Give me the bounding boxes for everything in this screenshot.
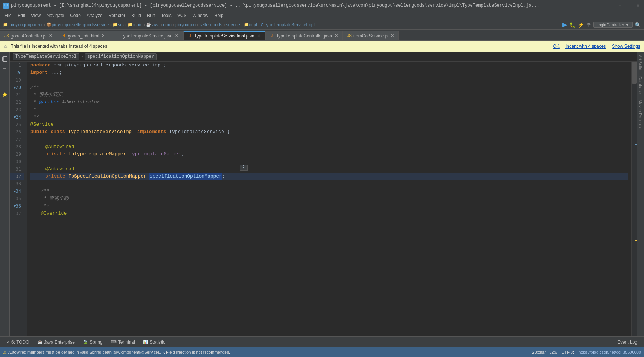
menu-run[interactable]: Run (144, 12, 158, 19)
tab-goodscontroller[interactable]: JS goodsController.js ✕ (0, 31, 57, 40)
search-everywhere-button[interactable]: 🔍 (635, 22, 641, 28)
line-num-28: 28 (10, 143, 24, 151)
scroll-marker-warning (635, 240, 637, 241)
close-active-tab-icon[interactable]: ✕ (256, 33, 261, 39)
minimize-button[interactable]: ─ (617, 3, 623, 9)
menu-code[interactable]: Code (67, 12, 84, 19)
coverage-button[interactable]: ☂ (586, 22, 591, 28)
crumb-src[interactable]: src (118, 22, 124, 27)
tab-typetemplateserviceimpl[interactable]: J TypeTemplateServiceImpl.java ✕ (183, 31, 265, 40)
sidebar-structure-icon[interactable] (1, 65, 9, 73)
sidebar-favorites-icon[interactable]: ⭐ (1, 90, 9, 99)
close-tab-icon[interactable]: ✕ (333, 33, 339, 39)
code-line-26: public class TypeTemplateServiceImpl imp… (30, 128, 628, 136)
line-num-2[interactable]: 2▶ (10, 69, 24, 76)
crumb-com[interactable]: com (163, 22, 172, 27)
menu-help[interactable]: Help (211, 12, 226, 19)
code-area[interactable]: package com.pinyougou.sellergoods.servic… (27, 62, 631, 336)
line-num-22: 22 (10, 99, 24, 106)
line-num-36[interactable]: ▼36 (10, 202, 24, 210)
login-controller-label: LoginController (597, 23, 624, 27)
notif-ok-button[interactable]: OK (553, 44, 560, 49)
login-controller-dropdown[interactable]: LoginController ▼ (593, 22, 633, 28)
window-controls[interactable]: ─ □ ✕ (617, 3, 641, 9)
crumb-class[interactable]: TypeTemplateServiceImpl (264, 22, 315, 27)
scroll-indicator[interactable] (631, 62, 637, 336)
menu-navigate[interactable]: Navigate (44, 12, 67, 19)
crumb-pinyougouparent[interactable]: pinyougouparent (10, 22, 43, 27)
tool-statistic[interactable]: 📊 Statistic (139, 338, 169, 346)
editor-crumb-field[interactable]: specificationOptionMapper (85, 53, 157, 60)
js-file-icon: JS (4, 33, 9, 39)
close-tab-icon[interactable]: ✕ (48, 33, 53, 39)
crumb-service[interactable]: service (226, 22, 240, 27)
line-num-34[interactable]: ▼34 (10, 188, 24, 195)
tab-typetemplatecontroller[interactable]: J TypeTemplateController.java ✕ (265, 31, 343, 40)
menu-view[interactable]: View (28, 12, 44, 19)
maximize-button[interactable]: □ (626, 3, 632, 9)
crumb-java[interactable]: java (151, 22, 159, 27)
bottom-tools-bar: ✓ 6: TODO ☕ Java Enterprise 🍃 Spring ⌨ T… (0, 336, 644, 347)
crumb-sellergoods[interactable]: sellergoods (199, 22, 222, 27)
notif-show-settings-button[interactable]: Show Settings (612, 44, 640, 49)
menu-refactor[interactable]: Refactor (106, 12, 128, 19)
code-line-31: @Autowired (30, 165, 628, 173)
menu-tools[interactable]: Tools (158, 12, 175, 19)
statistic-icon: 📊 (143, 340, 148, 344)
menu-bar: File Edit View Navigate Code Analyze Ref… (0, 11, 644, 20)
editor-crumb-class[interactable]: TypeTemplateServiceImpl (13, 53, 79, 60)
menu-window[interactable]: Window (189, 12, 211, 19)
profile-button[interactable]: ⚡ (578, 22, 584, 28)
debug-button[interactable]: 🐛 (569, 22, 575, 28)
line-num-24[interactable]: ▼24 (10, 113, 24, 121)
code-line-37: @Override (30, 210, 628, 217)
close-button[interactable]: ✕ (635, 3, 641, 9)
menu-build[interactable]: Build (128, 12, 144, 19)
svg-rect-4 (3, 70, 6, 70)
tab-label: TypeTemplateService.java (121, 33, 173, 39)
close-tab-icon[interactable]: ✕ (101, 33, 106, 39)
line-num-20[interactable]: ▼20 (10, 84, 24, 91)
class-icon: C (261, 23, 264, 27)
tool-terminal[interactable]: ⌨ Terminal (107, 338, 139, 346)
tab-itemcatservice[interactable]: JS itemCatService.js ✕ (343, 31, 399, 40)
menu-analyze[interactable]: Analyze (84, 12, 106, 19)
crumb-sellergoodsservice[interactable]: pinyougousellergoodsservice (52, 22, 109, 27)
close-tab-icon[interactable]: ✕ (389, 33, 395, 39)
right-tab-maven[interactable]: Maven Projects (637, 97, 644, 131)
right-tab-database[interactable]: Database (637, 73, 644, 97)
run-button[interactable]: ▶ (562, 21, 567, 28)
tool-java-enterprise[interactable]: ☕ Java Enterprise (34, 338, 79, 346)
event-log-button[interactable]: Event Log (614, 338, 641, 346)
more-options-icon[interactable]: ⋮ (240, 165, 248, 171)
tab-goods-edit[interactable]: H goods_edit.html ✕ (57, 31, 110, 40)
tool-spring[interactable]: 🍃 Spring (79, 338, 106, 346)
code-line-33 (30, 180, 628, 188)
scroll-thumb[interactable] (632, 62, 637, 84)
crumb-main[interactable]: main (133, 22, 142, 27)
right-tab-art-build[interactable]: Art Build (637, 52, 644, 73)
csdn-url[interactable]: https://blog.csdn.net/qq_35500000 (578, 350, 641, 354)
window-title: pinyougouparent - [E:\shanghai34\pinyoug… (11, 3, 617, 8)
notif-indent-button[interactable]: Indent with 4 spaces (565, 44, 606, 49)
menu-vcs[interactable]: VCS (175, 12, 190, 19)
crumb-impl[interactable]: impl (249, 22, 257, 27)
code-line-19 (30, 76, 628, 84)
toolbar-actions: ▶ 🐛 ⚡ ☂ LoginController ▼ 🔍 (562, 21, 641, 28)
title-bar: IJ pinyougouparent - [E:\shanghai34\piny… (0, 0, 644, 11)
sidebar-project-icon[interactable] (1, 55, 9, 63)
line-num-23: 23 (10, 106, 24, 113)
code-line-27 (30, 136, 628, 143)
tool-todo[interactable]: ✓ 6: TODO (3, 338, 33, 346)
menu-file[interactable]: File (1, 12, 14, 19)
scroll-marker-info (635, 144, 637, 145)
menu-edit[interactable]: Edit (14, 12, 28, 19)
code-line-20: /** (30, 84, 628, 91)
status-right: 23:char 32:6 UTF 8: https://blog.csdn.ne… (532, 350, 641, 354)
code-line-22: * @author Administrator (30, 99, 628, 106)
crumb-pinyougou[interactable]: pinyougou (175, 22, 196, 27)
tab-typetemplateservice[interactable]: J TypeTemplateService.java ✕ (110, 31, 183, 40)
svg-rect-0 (3, 57, 7, 61)
html-file-icon: H (61, 33, 66, 39)
close-tab-icon[interactable]: ✕ (174, 33, 179, 39)
